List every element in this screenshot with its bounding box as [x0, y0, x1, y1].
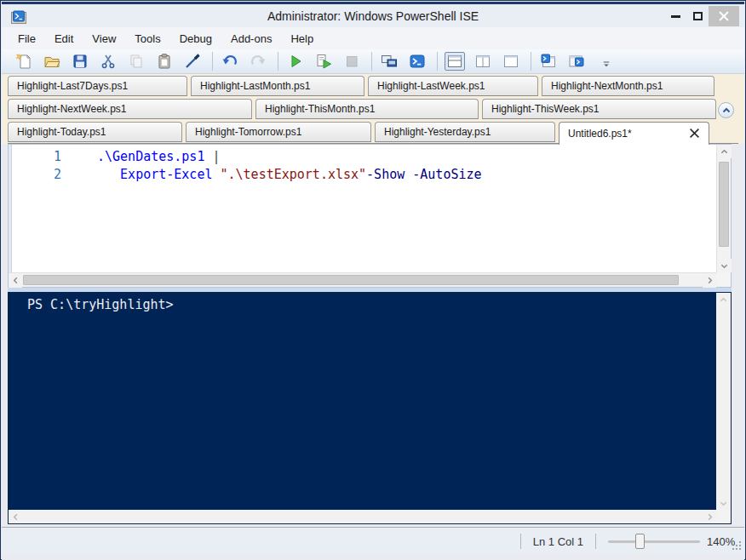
close-icon — [719, 11, 729, 21]
code-line[interactable]: 1.\GenDates.ps1 | — [9, 148, 715, 166]
tab-highlight-today-ps1[interactable]: Highlight-Today.ps1 — [8, 122, 182, 142]
cursor-position: Ln 1 Col 1 — [521, 535, 595, 548]
redo-icon[interactable] — [248, 52, 268, 71]
tab-strip: Highlight-Last7Days.ps1Highlight-LastMon… — [2, 74, 744, 144]
tab-highlight-thismonth-ps1[interactable]: Highlight-ThisMonth.ps1 — [255, 99, 479, 119]
show-script-pane-maximized-icon[interactable] — [501, 52, 521, 71]
console-horizontal-scrollbar[interactable] — [9, 510, 716, 523]
scroll-down-icon[interactable] — [717, 259, 732, 272]
window-title: Administrator: Windows PowerShell ISE — [2, 9, 744, 23]
tab-highlight-thisweek-ps1[interactable]: Highlight-ThisWeek.ps1 — [482, 99, 716, 119]
line-number: 1 — [9, 148, 61, 166]
menu-bar: FileEditViewToolsDebugAdd-onsHelp — [2, 27, 744, 49]
menu-item-view[interactable]: View — [83, 29, 125, 49]
tab-label: Highlight-ThisMonth.ps1 — [265, 103, 375, 115]
editor-vertical-scrollbar[interactable] — [716, 145, 731, 272]
tab-label: Highlight-LastWeek.ps1 — [377, 80, 485, 92]
toolbar — [2, 49, 744, 74]
tab-label: Highlight-Last7Days.ps1 — [17, 80, 128, 92]
show-command-window-icon[interactable] — [566, 52, 587, 71]
powershell-ise-window: Administrator: Windows PowerShell ISE Fi… — [0, 0, 746, 560]
cut-icon[interactable] — [98, 52, 118, 71]
tab-highlight-lastweek-ps1[interactable]: Highlight-LastWeek.ps1 — [368, 76, 538, 96]
tab-label: Highlight-Today.ps1 — [17, 126, 106, 138]
tab-label: Highlight-NextWeek.ps1 — [17, 103, 127, 115]
code-text: .\GenDates.ps1 | — [61, 148, 221, 166]
script-editor-pane[interactable]: 1.\GenDates.ps1 |2 Export-Excel ".\testE… — [8, 144, 732, 288]
zoom-slider-thumb[interactable] — [635, 534, 645, 549]
tab-highlight-nextmonth-ps1[interactable]: Highlight-NextMonth.ps1 — [542, 76, 714, 96]
menu-item-debug[interactable]: Debug — [170, 29, 221, 49]
undo-icon[interactable] — [220, 52, 240, 71]
tab-label: Highlight-NextMonth.ps1 — [551, 80, 663, 92]
save-icon[interactable] — [70, 52, 90, 71]
console-pane[interactable]: PS C:\tryHighlight> — [8, 292, 732, 524]
open-script-icon[interactable] — [42, 52, 62, 71]
scroll-down-icon[interactable] — [716, 496, 731, 510]
menu-item-tools[interactable]: Tools — [125, 29, 169, 49]
tab-untitled6-ps1[interactable]: Untitled6.ps1* — [559, 122, 709, 145]
code-text: Export-Excel ".\testExport.xlsx"-Show -A… — [61, 166, 482, 184]
paste-icon[interactable] — [154, 52, 175, 71]
scroll-up-icon[interactable] — [716, 293, 731, 306]
menu-item-edit[interactable]: Edit — [45, 29, 83, 49]
scroll-left-icon[interactable] — [9, 273, 22, 288]
start-powershell-icon[interactable] — [407, 52, 428, 71]
chevron-up-icon — [722, 106, 731, 115]
close-button[interactable] — [709, 6, 739, 26]
new-remote-powershell-tab-icon[interactable] — [379, 52, 399, 71]
copy-icon[interactable] — [126, 52, 146, 71]
zoom-slider[interactable] — [608, 534, 700, 549]
console-vertical-scrollbar[interactable] — [716, 293, 731, 510]
show-script-pane-top-icon[interactable] — [445, 52, 465, 71]
run-selection-icon[interactable] — [313, 52, 334, 71]
scroll-right-icon[interactable] — [703, 273, 716, 288]
tab-highlight-tomorrow-ps1[interactable]: Highlight-Tomorrow.ps1 — [186, 122, 371, 142]
toolbar-separator — [212, 52, 213, 71]
maximize-button[interactable] — [686, 6, 709, 26]
toolbar-overflow-icon[interactable] — [596, 54, 617, 73]
resize-grip-icon[interactable] — [731, 541, 741, 551]
tab-highlight-yesterday-ps1[interactable]: Highlight-Yesterday.ps1 — [375, 122, 555, 142]
scroll-right-icon[interactable] — [703, 510, 716, 523]
minimize-button[interactable] — [664, 6, 686, 26]
stop-operation-icon[interactable] — [341, 52, 362, 71]
run-script-icon[interactable] — [285, 52, 306, 71]
editor-horizontal-scrollbar[interactable] — [9, 272, 716, 287]
menu-item-file[interactable]: File — [9, 29, 45, 49]
toolbar-separator — [371, 52, 372, 71]
new-script-icon[interactable] — [14, 52, 34, 71]
tab-label: Highlight-LastMonth.ps1 — [200, 80, 310, 92]
menu-item-help[interactable]: Help — [281, 29, 323, 49]
toolbar-separator — [531, 52, 531, 71]
tab-label: Highlight-ThisWeek.ps1 — [491, 103, 600, 115]
console-prompt[interactable]: PS C:\tryHighlight> — [27, 297, 174, 312]
line-number: 2 — [9, 166, 61, 184]
tab-highlight-nextweek-ps1[interactable]: Highlight-NextWeek.ps1 — [8, 99, 252, 119]
clear-console-icon[interactable] — [182, 52, 203, 71]
close-tab-icon[interactable] — [689, 128, 700, 139]
show-script-pane-right-icon[interactable] — [473, 52, 493, 71]
tab-label: Untitled6.ps1* — [568, 128, 632, 140]
title-bar: Administrator: Windows PowerShell ISE — [2, 2, 744, 27]
toolbar-separator — [278, 52, 278, 71]
tab-label: Highlight-Tomorrow.ps1 — [195, 126, 301, 138]
code-line[interactable]: 2 Export-Excel ".\testExport.xlsx"-Show … — [9, 166, 715, 184]
scroll-left-icon[interactable] — [9, 510, 22, 523]
toolbar-separator — [437, 52, 438, 71]
menu-item-add-ons[interactable]: Add-ons — [221, 29, 281, 49]
powershell-ise-app-icon — [11, 10, 26, 25]
scroll-thumb[interactable] — [719, 162, 729, 247]
scroll-up-icon[interactable] — [717, 145, 732, 158]
expand-tabs-button[interactable] — [718, 102, 734, 118]
tab-label: Highlight-Yesterday.ps1 — [384, 126, 491, 138]
scroll-thumb[interactable] — [23, 275, 679, 285]
tab-highlight-lastmonth-ps1[interactable]: Highlight-LastMonth.ps1 — [191, 76, 364, 96]
new-powershell-tab-icon[interactable] — [538, 52, 559, 71]
status-bar: Ln 1 Col 1 140% — [2, 527, 744, 555]
code-area[interactable]: 1.\GenDates.ps1 |2 Export-Excel ".\testE… — [9, 148, 715, 272]
tab-highlight-last7days-ps1[interactable]: Highlight-Last7Days.ps1 — [8, 76, 187, 96]
